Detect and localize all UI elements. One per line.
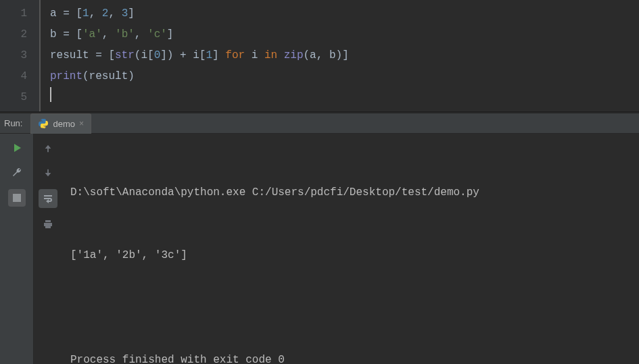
soft-wrap-icon[interactable] [39,189,57,208]
console-line-cmd: D:\soft\Anaconda\python.exe C:/Users/pdc… [70,182,631,203]
line-number: 5 [4,87,27,108]
code-line[interactable]: a = [1, 2, 3] [50,3,639,24]
code-line[interactable]: print(result) [50,66,639,87]
run-tab-demo[interactable]: demo × [30,113,91,134]
run-nav-column [34,134,62,364]
code-line[interactable]: result = [str(i[0]) + i[1] for i in zip(… [50,45,639,66]
run-tabbar: Run: demo × [0,113,639,134]
run-panel: Run: demo × [0,113,639,364]
line-number: 4 [4,66,27,87]
run-action-sidebar [0,134,34,364]
rerun-icon[interactable] [9,140,24,155]
line-number: 2 [4,24,27,45]
console-output[interactable]: D:\soft\Anaconda\python.exe C:/Users/pdc… [62,134,639,364]
console-line-result: ['1a', '2b', '3c'] [70,245,631,266]
arrow-down-icon[interactable] [40,165,56,181]
line-number-gutter: 12345 [0,0,41,111]
code-area[interactable]: a = [1, 2, 3]b = ['a', 'b', 'c']result =… [41,0,639,111]
console-line-exit: Process finished with exit code 0 [70,350,631,364]
run-body: D:\soft\Anaconda\python.exe C:/Users/pdc… [0,134,639,364]
close-icon[interactable]: × [79,119,84,128]
wrench-icon[interactable] [9,165,24,180]
code-line[interactable] [50,87,639,108]
line-number: 1 [4,3,27,24]
editor-pane: 12345 a = [1, 2, 3]b = ['a', 'b', 'c']re… [0,0,639,112]
code-line[interactable]: b = ['a', 'b', 'c'] [50,24,639,45]
line-number: 3 [4,45,27,66]
arrow-up-icon[interactable] [40,140,56,157]
stop-icon[interactable] [8,189,26,207]
text-cursor [50,87,51,102]
run-label: Run: [0,118,30,128]
python-icon [38,118,49,129]
svg-rect-0 [13,194,21,202]
print-icon[interactable] [40,216,56,232]
run-tab-label: demo [53,119,75,129]
